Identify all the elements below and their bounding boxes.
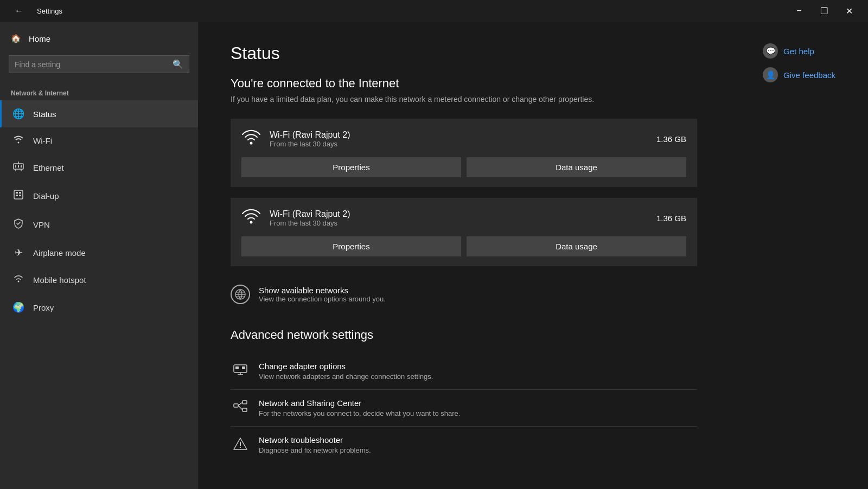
airplane-icon: ✈ — [12, 247, 24, 259]
sidebar-label-vpn: VPN — [33, 220, 50, 229]
minimize-button[interactable]: − — [787, 0, 812, 22]
proxy-icon: 🌍 — [12, 301, 24, 313]
change-adapter-text: Change adapter options View network adap… — [259, 362, 433, 381]
wifi-signal-icon-1 — [241, 128, 261, 150]
network-2-data-usage-button[interactable]: Data usage — [467, 236, 686, 256]
svg-rect-17 — [235, 366, 239, 369]
home-label: Home — [29, 34, 50, 43]
sidebar-item-dialup[interactable]: Dial-up — [0, 182, 198, 210]
search-input[interactable] — [15, 60, 168, 69]
troubleshooter-sub: Diagnose and fix network problems. — [259, 446, 371, 454]
advanced-item-troubleshooter[interactable]: Network troubleshooter Diagnose and fix … — [231, 427, 697, 464]
give-feedback-label: Give feedback — [783, 70, 835, 80]
svg-point-12 — [18, 281, 20, 282]
globe-icon — [231, 285, 250, 304]
network-2-data: 1.36 GB — [656, 214, 686, 223]
sidebar-label-dialup: Dial-up — [33, 191, 59, 201]
svg-rect-21 — [234, 404, 238, 407]
give-feedback-link[interactable]: 👤 Give feedback — [763, 67, 835, 82]
connected-desc: If you have a limited data plan, you can… — [231, 95, 610, 104]
app-body: 🏠 Home 🔍 Network & Internet 🌐 Status Wi-… — [0, 22, 868, 489]
svg-point-13 — [250, 142, 253, 145]
sidebar-item-ethernet[interactable]: Ethernet — [0, 154, 198, 182]
show-networks-item[interactable]: Show available networks View the connect… — [231, 277, 697, 312]
svg-rect-10 — [16, 195, 18, 196]
sidebar-label-hotspot: Mobile hotspot — [33, 275, 86, 285]
change-adapter-sub: View network adapters and change connect… — [259, 372, 433, 381]
sidebar: 🏠 Home 🔍 Network & Internet 🌐 Status Wi-… — [0, 22, 198, 489]
search-icon: 🔍 — [173, 59, 183, 69]
sidebar-label-wifi: Wi-Fi — [33, 136, 52, 145]
app-title: Settings — [37, 7, 62, 15]
network-1-properties-button[interactable]: Properties — [241, 157, 461, 177]
svg-rect-11 — [19, 195, 21, 196]
network-card-1-header: Wi-Fi (Ravi Rajput 2) From the last 30 d… — [241, 128, 686, 150]
sidebar-label-proxy: Proxy — [33, 303, 54, 312]
network-2-name: Wi-Fi (Ravi Rajput 2) — [270, 209, 350, 219]
show-networks-title: Show available networks — [259, 286, 386, 295]
search-box[interactable]: 🔍 — [9, 55, 189, 73]
sidebar-item-status[interactable]: 🌐 Status — [0, 100, 198, 127]
network-card-1: Wi-Fi (Ravi Rajput 2) From the last 30 d… — [231, 119, 697, 187]
show-networks-text: Show available networks View the connect… — [259, 286, 386, 303]
sidebar-section-title: Network & Internet — [0, 84, 198, 100]
svg-rect-9 — [19, 192, 21, 194]
main-content: 💬 Get help 👤 Give feedback Status You're… — [198, 22, 868, 489]
svg-rect-22 — [242, 401, 247, 404]
get-help-icon: 💬 — [763, 43, 778, 59]
network-1-data-usage-button[interactable]: Data usage — [467, 157, 686, 177]
advanced-title: Advanced network settings — [231, 328, 835, 342]
close-button[interactable]: ✕ — [837, 0, 861, 22]
sidebar-item-hotspot[interactable]: Mobile hotspot — [0, 266, 198, 294]
sidebar-item-vpn[interactable]: VPN — [0, 210, 198, 239]
restore-button[interactable]: ❐ — [812, 0, 837, 22]
show-networks-sub: View the connection options around you. — [259, 295, 386, 303]
sharing-center-sub: For the networks you connect to, decide … — [259, 409, 460, 417]
network-2-properties-button[interactable]: Properties — [241, 236, 461, 256]
network-2-info: Wi-Fi (Ravi Rajput 2) From the last 30 d… — [270, 209, 350, 227]
svg-point-27 — [240, 447, 241, 448]
sidebar-item-wifi[interactable]: Wi-Fi — [0, 127, 198, 154]
advanced-item-change-adapter[interactable]: Change adapter options View network adap… — [231, 353, 697, 390]
svg-line-25 — [238, 406, 242, 410]
network-1-sub: From the last 30 days — [270, 140, 350, 148]
status-icon: 🌐 — [12, 108, 24, 120]
titlebar: ← Settings − ❐ ✕ — [0, 0, 868, 22]
svg-rect-3 — [21, 165, 22, 168]
sharing-center-text: Network and Sharing Center For the netwo… — [259, 398, 460, 417]
advanced-item-sharing-center[interactable]: Network and Sharing Center For the netwo… — [231, 390, 697, 427]
network-card-1-left: Wi-Fi (Ravi Rajput 2) From the last 30 d… — [241, 128, 350, 150]
hotspot-icon — [12, 274, 24, 286]
troubleshooter-icon — [231, 435, 250, 455]
titlebar-left: ← Settings — [7, 0, 62, 22]
home-button[interactable]: 🏠 Home — [0, 22, 198, 55]
sidebar-item-airplane[interactable]: ✈ Airplane mode — [0, 239, 198, 266]
svg-rect-23 — [242, 408, 247, 411]
ethernet-icon — [12, 162, 24, 174]
get-help-link[interactable]: 💬 Get help — [763, 43, 835, 59]
get-help-label: Get help — [783, 47, 814, 56]
change-adapter-icon — [231, 362, 250, 379]
home-icon: 🏠 — [11, 34, 21, 43]
network-2-sub: From the last 30 days — [270, 219, 350, 227]
give-feedback-icon: 👤 — [763, 67, 778, 82]
network-card-2: Wi-Fi (Ravi Rajput 2) From the last 30 d… — [231, 198, 697, 266]
back-button[interactable]: ← — [7, 0, 31, 22]
sharing-center-title: Network and Sharing Center — [259, 398, 460, 408]
titlebar-controls: − ❐ ✕ — [787, 0, 861, 22]
network-1-name: Wi-Fi (Ravi Rajput 2) — [270, 130, 350, 140]
sidebar-item-proxy[interactable]: 🌍 Proxy — [0, 294, 198, 321]
wifi-signal-icon-2 — [241, 208, 261, 229]
page-title: Status — [231, 43, 835, 63]
vpn-icon — [12, 218, 24, 231]
network-card-2-left: Wi-Fi (Ravi Rajput 2) From the last 30 d… — [241, 208, 350, 229]
dialup-icon — [12, 189, 24, 203]
sidebar-label-status: Status — [33, 110, 56, 119]
svg-rect-1 — [15, 165, 16, 168]
network-1-buttons: Properties Data usage — [241, 157, 686, 177]
network-card-2-header: Wi-Fi (Ravi Rajput 2) From the last 30 d… — [241, 208, 686, 229]
svg-rect-2 — [18, 165, 19, 168]
network-2-buttons: Properties Data usage — [241, 236, 686, 256]
svg-rect-7 — [14, 190, 23, 199]
sharing-center-icon — [231, 398, 250, 416]
